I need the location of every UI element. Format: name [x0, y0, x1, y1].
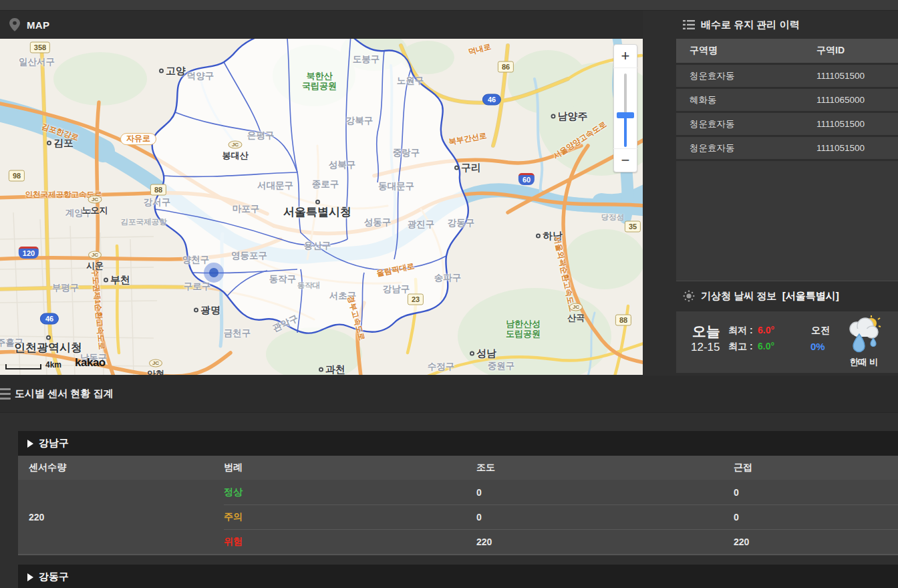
- sensor-table-body: 220 정상 0 0 주의 0 0 위험 220 220: [18, 480, 898, 555]
- column-sensor-count: 센서수량: [18, 462, 224, 474]
- maintenance-panel-title: 배수로 유지 관리 이력: [701, 19, 800, 31]
- zoom-in-button[interactable]: +: [613, 45, 637, 67]
- accordion-gangnam[interactable]: 강남구: [18, 431, 898, 456]
- weather-condition: 한때 비: [845, 356, 883, 368]
- map-panel-title: MAP: [27, 19, 49, 31]
- zone-name-cell: 혜화동: [676, 94, 816, 106]
- accordion-gangdong[interactable]: 강동구: [18, 565, 898, 588]
- legend-cell: 위험: [224, 529, 476, 554]
- zoom-slider-handle[interactable]: [617, 112, 634, 118]
- weather-panel-title: 기상청 날씨 정보 [서울특별시]: [701, 290, 839, 303]
- maintenance-panel-body: [676, 159, 898, 281]
- map-zoom-control: + −: [613, 44, 637, 172]
- precip-chance: 0%: [810, 341, 825, 352]
- scale-bar: [5, 364, 41, 370]
- expand-arrow-icon: [27, 573, 33, 581]
- high-temp-label: 최고 :: [728, 341, 753, 353]
- column-legend: 범례: [224, 462, 476, 474]
- maintenance-table-header: 구역명 구역ID: [676, 39, 898, 63]
- proximity-cell: 220: [734, 529, 898, 554]
- today-label: 오늘: [692, 322, 720, 341]
- sensor-panel-header: 도시별 센서 현황 집계: [0, 376, 898, 413]
- expand-arrow-icon: [27, 440, 33, 448]
- sensor-summary-panel: 도시별 센서 현황 집계 강남구 센서수량 범례 조도 근접 220 정상 0 …: [0, 376, 898, 588]
- weather-panel-header: 기상청 날씨 정보 [서울특별시]: [676, 283, 898, 309]
- zone-id-cell: 1111051500: [816, 71, 898, 81]
- maintenance-panel: 배수로 유지 관리 이력 구역명 구역ID 청운효자동 1111051500 혜…: [676, 11, 898, 376]
- sun-icon: [683, 290, 695, 302]
- sensor-count-cell: 220: [18, 480, 224, 554]
- sensor-table-header: 센서수량 범례 조도 근접: [18, 456, 898, 480]
- high-temp-value: 6.0°: [758, 341, 774, 351]
- list-icon: [683, 19, 695, 30]
- weather-panel-body: 오늘 12-15 최저 : 6.0° 최고 : 6.0° 오전 0% 한때 비: [676, 311, 898, 373]
- illuminance-cell: 0: [476, 480, 734, 504]
- accordion-gangdong-label: 강동구: [39, 571, 69, 583]
- maintenance-table-row[interactable]: 혜화동 1111065000: [676, 89, 898, 111]
- sensor-panel-title: 도시별 센서 현황 집계: [15, 388, 114, 400]
- column-illuminance: 조도: [476, 462, 734, 474]
- column-proximity: 근접: [734, 462, 898, 474]
- zone-name-cell: 청운효자동: [676, 142, 816, 154]
- map-panel-header: MAP: [0, 11, 643, 39]
- maintenance-panel-header: 배수로 유지 관리 이력: [676, 11, 898, 39]
- illuminance-cell: 220: [476, 529, 734, 554]
- low-temp-value: 6.0°: [758, 325, 774, 335]
- legend-cell: 주의: [224, 504, 476, 529]
- column-zone-name: 구역명: [676, 45, 816, 57]
- zone-id-cell: 1111051500: [816, 119, 898, 129]
- top-strip: [0, 0, 898, 11]
- zoom-rail-lower: [624, 116, 627, 147]
- zone-id-cell: 1111065000: [816, 95, 898, 105]
- maintenance-table-row[interactable]: 청운효자동 1111051500: [676, 65, 898, 87]
- map-canvas[interactable]: 일산서구덕양구도봉구노원구은평구강북구성북구중랑구서대문구종로구동대문구마포구성…: [0, 39, 643, 375]
- zone-id-cell: 1111051500: [816, 143, 898, 153]
- zone-name-cell: 청운효자동: [676, 70, 816, 82]
- period-label: 오전: [811, 325, 830, 337]
- proximity-cell: 0: [734, 504, 898, 529]
- legend-cell: 정상: [224, 480, 476, 504]
- kakao-logo[interactable]: kakao: [75, 356, 106, 370]
- low-temp-label: 최저 :: [728, 325, 753, 337]
- menu-icon[interactable]: [0, 388, 11, 400]
- maintenance-table-row[interactable]: 청운효자동 1111051500: [676, 137, 898, 159]
- weather-date: 12-15: [691, 341, 720, 354]
- zoom-out-button[interactable]: −: [613, 149, 637, 172]
- maintenance-table-row[interactable]: 청운효자동 1111051500: [676, 113, 898, 135]
- zoom-slider-track[interactable]: [613, 67, 637, 149]
- map-pin-icon: [9, 18, 20, 31]
- accordion-gangnam-label: 강남구: [39, 437, 69, 450]
- map-cluster-marker[interactable]: [204, 263, 224, 283]
- rain-cloud-sun-icon: [843, 314, 883, 354]
- map-scale: 4km kakao: [5, 356, 106, 370]
- zoom-rail-upper: [624, 74, 627, 114]
- map-graphics: [0, 39, 643, 375]
- map-panel: MAP: [0, 11, 643, 376]
- column-zone-id: 구역ID: [816, 45, 898, 57]
- proximity-cell: 0: [734, 480, 898, 504]
- weather-region: [서울특별시]: [782, 290, 839, 301]
- illuminance-cell: 0: [476, 504, 734, 529]
- scale-label: 4km: [45, 360, 61, 370]
- zone-name-cell: 청운효자동: [676, 118, 816, 130]
